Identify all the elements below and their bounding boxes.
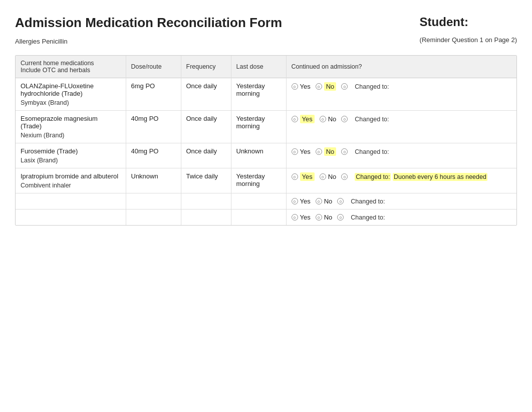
col-continued: Continued on admission?	[286, 56, 516, 78]
medication-cell: Furosemide (Trade) Lasix (Brand)	[16, 143, 126, 168]
no-radio[interactable]: ○	[320, 173, 326, 180]
med-brand-name: Symbyax (Brand)	[21, 99, 121, 106]
changed-to-label: Changed to:	[351, 197, 385, 205]
changed-to-content: Changed to:	[355, 115, 389, 123]
extra-radio[interactable]: ○	[341, 173, 348, 180]
med-trade-name: Esomeprazole magnesium (Trade)	[21, 115, 121, 130]
no-radio[interactable]: ○	[316, 83, 322, 90]
continued-cell: ○ Yes ○ No ○ Changed to: Duoneb every 6 …	[286, 168, 516, 193]
table-row: Ipratropium bromide and albuterol Combiv…	[16, 168, 516, 193]
yes-radio[interactable]: ○	[292, 116, 298, 122]
continued-inner: ○ Yes ○ No ○ Changed to:	[292, 147, 512, 156]
no-label: No	[324, 214, 333, 221]
col-frequency: Frequency	[181, 56, 231, 78]
changed-to-label: Changed to:	[355, 147, 389, 155]
col-last-dose: Last dose	[231, 56, 286, 78]
dose-cell	[126, 193, 181, 210]
extra-radio[interactable]: ○	[341, 148, 348, 155]
last-dose-cell: Yesterday morning	[231, 111, 286, 143]
medication-cell: Esomeprazole magnesium (Trade) Nexium (B…	[16, 111, 126, 143]
changed-to-content: Changed to:	[351, 214, 385, 221]
yes-label: Yes	[300, 214, 311, 221]
med-trade-name: Furosemide (Trade)	[21, 147, 121, 155]
no-label: No	[324, 82, 337, 91]
extra-radio[interactable]: ○	[341, 116, 348, 122]
last-dose-cell: Yesterday morning	[231, 168, 286, 193]
med-brand-name: Lasix (Brand)	[21, 157, 121, 164]
continued-cell: ○ Yes ○ No ○ Changed to:	[286, 78, 516, 111]
yes-label: Yes	[300, 172, 315, 181]
table-row: OLANZapine-FLUoxetine hydrochloride (Tra…	[16, 78, 516, 111]
allergies-label: Allergies Penicillin	[15, 38, 282, 45]
no-label: No	[328, 115, 337, 123]
changed-to-text: Duoneb every 6 hours as needed	[393, 173, 487, 181]
no-radio[interactable]: ○	[316, 214, 322, 221]
medication-cell	[16, 210, 126, 226]
no-radio[interactable]: ○	[316, 148, 322, 155]
extra-radio[interactable]: ○	[337, 214, 344, 221]
yes-label: Yes	[300, 115, 315, 123]
page: Admission Medication Reconciliation Form…	[0, 0, 532, 236]
changed-to-content: Changed to:	[355, 83, 389, 90]
dose-cell	[126, 210, 181, 226]
yes-radio[interactable]: ○	[292, 173, 298, 180]
main-table-wrapper: Current home medications Include OTC and…	[15, 55, 517, 226]
last-dose-cell	[231, 193, 286, 210]
continued-inner: ○ Yes ○ No ○ Changed to:	[292, 82, 512, 91]
last-dose-cell: Unknown	[231, 143, 286, 168]
extra-radio[interactable]: ○	[337, 198, 344, 204]
dose-cell: 40mg PO	[126, 111, 181, 143]
continued-inner: ○ Yes ○ No ○ Changed to: Duoneb every 6 …	[292, 172, 512, 181]
continued-inner: ○ Yes ○ No ○ Changed to:	[292, 214, 512, 221]
medications-table: Current home medications Include OTC and…	[16, 56, 516, 225]
medication-cell	[16, 193, 126, 210]
header-right: Student: (Reminder Question 1 on Page 2)	[420, 15, 517, 44]
dose-cell: Unknown	[126, 168, 181, 193]
frequency-cell: Once daily	[181, 143, 231, 168]
table-row: Esomeprazole magnesium (Trade) Nexium (B…	[16, 111, 516, 143]
frequency-cell: Once daily	[181, 78, 231, 111]
med-brand-name: Nexium (Brand)	[21, 132, 121, 139]
changed-to-highlight: Changed to:	[355, 173, 391, 181]
table-row: ○ Yes ○ No ○ Changed to:	[16, 210, 516, 226]
yes-label: Yes	[300, 197, 311, 205]
header: Admission Medication Reconciliation Form…	[15, 15, 517, 45]
continued-cell: ○ Yes ○ No ○ Changed to:	[286, 111, 516, 143]
no-radio[interactable]: ○	[316, 198, 322, 204]
continued-inner: ○ Yes ○ No ○ Changed to:	[292, 115, 512, 123]
changed-to-content: Changed to:	[355, 148, 389, 155]
dose-cell: 40mg PO	[126, 143, 181, 168]
continued-cell: ○ Yes ○ No ○ Changed to:	[286, 143, 516, 168]
frequency-cell	[181, 210, 231, 226]
frequency-cell	[181, 193, 231, 210]
yes-label: Yes	[300, 83, 311, 90]
no-label: No	[324, 197, 333, 205]
continued-inner: ○ Yes ○ No ○ Changed to:	[292, 197, 512, 205]
table-row: ○ Yes ○ No ○ Changed to:	[16, 193, 516, 210]
last-dose-cell	[231, 210, 286, 226]
continued-cell: ○ Yes ○ No ○ Changed to:	[286, 210, 516, 226]
dose-cell: 6mg PO	[126, 78, 181, 111]
med-trade-name: Ipratropium bromide and albuterol	[21, 172, 121, 180]
table-header-row: Current home medications Include OTC and…	[16, 56, 516, 78]
yes-radio[interactable]: ○	[292, 148, 298, 155]
last-dose-cell: Yesterday morning	[231, 78, 286, 111]
changed-to-label: Changed to:	[355, 115, 389, 123]
medication-cell: Ipratropium bromide and albuterol Combiv…	[16, 168, 126, 193]
student-label: Student:	[420, 15, 517, 29]
med-trade-name: OLANZapine-FLUoxetine hydrochloride (Tra…	[21, 82, 121, 97]
frequency-cell: Twice daily	[181, 168, 231, 193]
frequency-cell: Once daily	[181, 111, 231, 143]
medication-cell: OLANZapine-FLUoxetine hydrochloride (Tra…	[16, 78, 126, 111]
page-title: Admission Medication Reconciliation Form	[15, 15, 282, 31]
yes-radio[interactable]: ○	[292, 83, 298, 90]
changed-to-label: Changed to:	[355, 82, 389, 90]
yes-radio[interactable]: ○	[292, 214, 298, 221]
no-radio[interactable]: ○	[320, 116, 326, 122]
extra-radio[interactable]: ○	[341, 83, 348, 90]
continued-cell: ○ Yes ○ No ○ Changed to:	[286, 193, 516, 210]
med-brand-name: Combivent inhaler	[21, 182, 121, 189]
yes-radio[interactable]: ○	[292, 198, 298, 204]
no-label: No	[328, 173, 337, 180]
col-medications: Current home medications Include OTC and…	[16, 56, 126, 78]
